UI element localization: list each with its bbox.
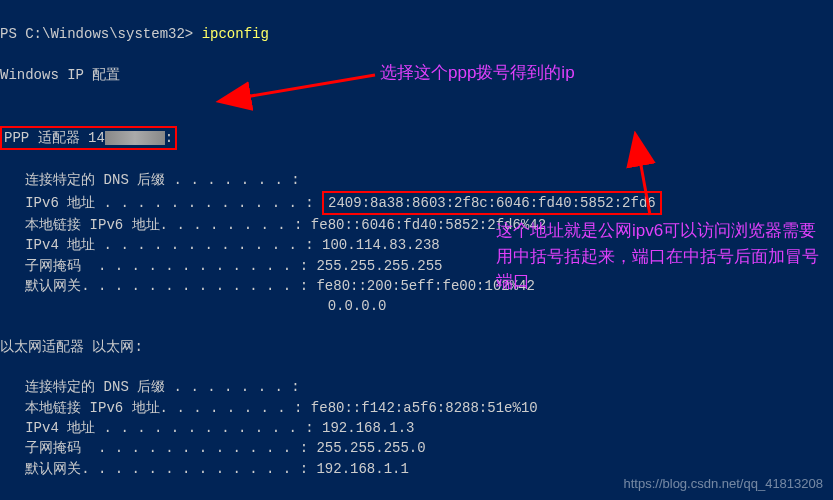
eth-mask-value: 255.255.255.0: [316, 440, 425, 456]
ppp-linklocal-label: 本地链接 IPv6 地址. . . . . . . . :: [0, 217, 311, 233]
ipconfig-heading: Windows IP 配置: [0, 67, 120, 83]
redacted-block: [105, 131, 165, 145]
eth-mask-label: 子网掩码 . . . . . . . . . . . . :: [0, 440, 316, 456]
ppp-adapter-title: PPP 适配器 14:: [0, 126, 177, 150]
ppp-ipv4-label: IPv4 地址 . . . . . . . . . . . . :: [0, 237, 322, 253]
command-text: ipconfig: [202, 26, 269, 42]
eth-linklocal-value: fe80::f142:a5f6:8288:51e%10: [311, 400, 538, 416]
eth-dns-suffix: 连接特定的 DNS 后缀 . . . . . . . :: [0, 379, 300, 395]
eth-ipv4-value: 192.168.1.3: [322, 420, 414, 436]
eth-ipv4-label: IPv4 地址 . . . . . . . . . . . . :: [0, 420, 322, 436]
annotation-top: 选择这个ppp拨号得到的ip: [380, 60, 640, 86]
ppp-mask-label: 子网掩码 . . . . . . . . . . . . :: [0, 258, 316, 274]
ethernet-title: 以太网适配器 以太网:: [0, 339, 143, 355]
prompt-line: PS C:\Windows\system32> ipconfig: [0, 26, 269, 42]
ppp-mask-value: 255.255.255.255: [316, 258, 442, 274]
eth-linklocal-label: 本地链接 IPv6 地址. . . . . . . . :: [0, 400, 311, 416]
ppp-gw-label: 默认网关. . . . . . . . . . . . . :: [0, 278, 316, 294]
ppp-dns-suffix: 连接特定的 DNS 后缀 . . . . . . . :: [0, 172, 300, 188]
ppp-ipv6-label: IPv6 地址 . . . . . . . . . . . . :: [0, 195, 322, 211]
eth-gw-value: 192.168.1.1: [316, 461, 408, 477]
prompt-prefix: PS C:\Windows\system32>: [0, 26, 202, 42]
ppp-ipv6-value: 2409:8a38:8603:2f8c:6046:fd40:5852:2fd6: [322, 191, 662, 215]
ppp-ipv4-value: 100.114.83.238: [322, 237, 440, 253]
annotation-bottom: 这个地址就是公网ipv6可以访问浏览器需要用中括号括起来，端口在中括号后面加冒号…: [496, 218, 826, 295]
watermark: https://blog.csdn.net/qq_41813208: [624, 475, 824, 494]
eth-gw-label: 默认网关. . . . . . . . . . . . . :: [0, 461, 316, 477]
ppp-gw-value2: 0.0.0.0: [0, 298, 386, 314]
